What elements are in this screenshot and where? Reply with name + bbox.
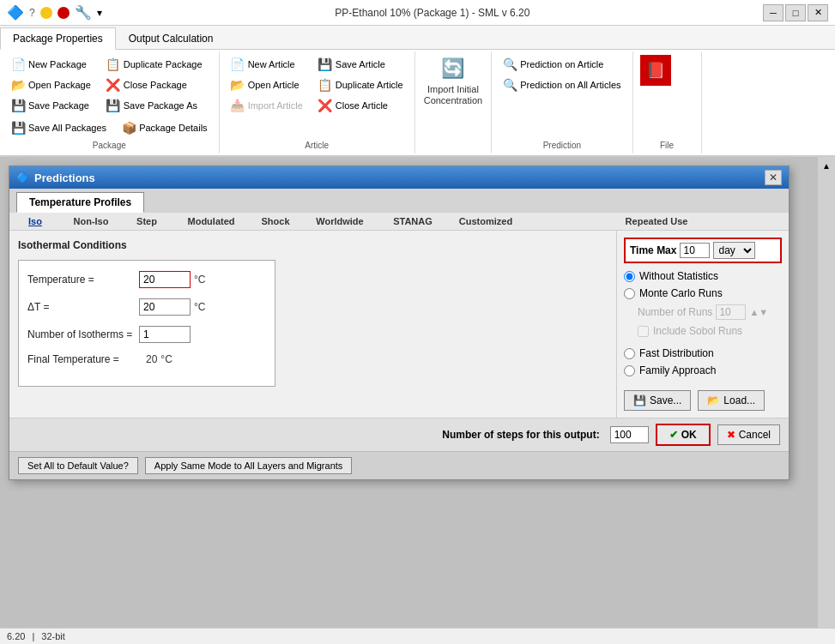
save-all-packages-btn[interactable]: 💾 Save All Packages (7, 118, 111, 137)
duplicate-package-icon: 📋 (106, 57, 120, 71)
col-customized[interactable]: Customized (447, 214, 524, 228)
fast-distribution-row: Fast Distribution (624, 347, 782, 359)
without-stats-label[interactable]: Without Statistics (639, 270, 718, 282)
new-package-icon: 📄 (11, 57, 25, 71)
ribbon-tabs: Package Properties Output Calculation (0, 26, 835, 50)
save-article-icon: 💾 (318, 57, 332, 71)
num-isotherms-input[interactable] (139, 326, 191, 343)
new-article-btn[interactable]: 📄 New Article (227, 55, 307, 74)
save-all-icon: 💾 (11, 121, 25, 135)
load-icon: 📂 (707, 394, 720, 406)
close-article-icon: ❌ (318, 99, 332, 112)
delta-t-label: ΔT = (27, 301, 139, 313)
ribbon-group-package: 📄 New Package 📂 Open Package 💾 Save Pack… (0, 51, 220, 153)
num-runs-input[interactable] (716, 304, 746, 320)
col-non-iso[interactable]: Non-Iso (61, 214, 121, 228)
open-package-btn[interactable]: 📂 Open Package (7, 75, 95, 94)
col-iso[interactable]: Iso (9, 214, 61, 228)
steps-input[interactable] (610, 426, 649, 443)
import-article-btn[interactable]: 📥 Import Article (227, 96, 307, 115)
save-package-as-btn[interactable]: 💾 Save Package As (102, 96, 207, 115)
close-package-btn[interactable]: ❌ Close Package (102, 75, 207, 94)
tab-temperature-profiles[interactable]: Temperature Profiles (16, 192, 144, 213)
tab-output-calculation[interactable]: Output Calculation (116, 27, 227, 49)
final-temp-label: Final Temperature = (27, 353, 139, 365)
package-details-btn[interactable]: 📦 Package Details (118, 118, 212, 137)
num-runs-label: Number of Runs (638, 306, 712, 318)
prediction-article-icon: 🔍 (503, 57, 517, 71)
isothermal-fields: Temperature = °C ΔT = °C Number of I (18, 260, 275, 387)
family-approach-label[interactable]: Family Approach (639, 364, 716, 376)
ribbon-group-prediction: 🔍 Prediction on Article 🔍 Prediction on … (492, 51, 632, 153)
save-article-btn[interactable]: 💾 Save Article (314, 55, 408, 74)
col-modulated[interactable]: Modulated (172, 214, 250, 228)
num-isotherms-label: Number of Isotherms = (27, 328, 139, 340)
scroll-area[interactable]: ▲ (818, 157, 835, 628)
dialog-footer: Number of steps for this output: ✔ OK ✖ … (9, 418, 789, 451)
cancel-btn[interactable]: ✖ Cancel (717, 424, 780, 445)
app-window: 🔷 ? 🔧 ▾ PP-Ethanol 10% (Package 1) - SML… (0, 0, 835, 644)
family-approach-radio[interactable] (624, 365, 635, 376)
save-package-btn[interactable]: 💾 Save Package (7, 96, 95, 115)
tool-icon: 🔧 (75, 4, 92, 21)
duplicate-article-btn[interactable]: 📋 Duplicate Article (314, 75, 408, 94)
temperature-unit: °C (194, 274, 205, 286)
col-repeated-use[interactable]: Repeated Use (524, 214, 789, 228)
import-concentration-icon: 🔄 (439, 55, 467, 82)
duplicate-package-btn[interactable]: 📋 Duplicate Package (102, 55, 207, 74)
prediction-on-all-articles-btn[interactable]: 🔍 Prediction on All Articles (499, 75, 625, 94)
without-stats-radio[interactable] (624, 271, 635, 282)
new-package-btn[interactable]: 📄 New Package (7, 55, 95, 74)
bottom-action-bar: Set All to Default Value? Apply Same Mod… (9, 451, 789, 479)
col-worldwide[interactable]: Worldwide (301, 214, 378, 228)
save-load-row: 💾 Save... 📂 Load... (624, 382, 782, 411)
temperature-input[interactable] (139, 271, 191, 288)
inner-tabs: Temperature Profiles (9, 189, 789, 213)
col-shock[interactable]: Shock (250, 214, 301, 228)
load-btn[interactable]: 📂 Load... (698, 390, 765, 411)
maximize-btn[interactable]: □ (785, 4, 806, 21)
ok-checkmark-icon: ✔ (669, 429, 678, 441)
set-default-btn[interactable]: Set All to Default Value? (18, 457, 138, 474)
ok-btn[interactable]: ✔ OK (656, 424, 711, 446)
num-isotherms-field-row: Number of Isotherms = (27, 326, 266, 343)
without-stats-row: Without Statistics (624, 270, 782, 282)
open-article-btn[interactable]: 📂 Open Article (227, 75, 307, 94)
window-close-btn[interactable]: ✕ (808, 4, 828, 21)
apply-same-mode-btn[interactable]: Apply Same Mode to All Layers and Migran… (145, 457, 353, 474)
status-bar: 6.20 | 32-bit (0, 628, 835, 644)
sobol-checkbox[interactable] (638, 326, 649, 337)
tab-package-properties[interactable]: Package Properties (0, 27, 116, 50)
prediction-group-label: Prediction (499, 137, 625, 150)
time-max-input[interactable] (680, 243, 710, 258)
close-article-btn[interactable]: ❌ Close Article (314, 96, 408, 115)
save-btn[interactable]: 💾 Save... (624, 390, 691, 411)
save-icon: 💾 (633, 394, 646, 406)
fast-distribution-label[interactable]: Fast Distribution (639, 347, 714, 359)
monte-carlo-radio[interactable] (624, 288, 635, 299)
final-temp-value: 20 (146, 353, 157, 365)
num-runs-row: Number of Runs ▲▼ (638, 304, 782, 320)
scroll-up-icon: ▲ (822, 161, 831, 171)
fast-distribution-radio[interactable] (624, 348, 635, 359)
col-step[interactable]: Step (121, 214, 172, 228)
family-approach-row: Family Approach (624, 364, 782, 376)
predictions-dialog: 🔷 Predictions ✕ Temperature Profiles Iso… (9, 166, 790, 480)
delta-t-input[interactable] (139, 298, 191, 316)
import-concentration-btn[interactable]: 🔄 Import InitialConcentration (415, 51, 493, 153)
save-package-as-icon: 💾 (106, 99, 120, 112)
prediction-on-article-btn[interactable]: 🔍 Prediction on Article (499, 55, 625, 74)
monte-carlo-label[interactable]: Monte Carlo Runs (639, 287, 723, 299)
minimize-btn[interactable]: ─ (763, 4, 784, 21)
dialog-close-btn[interactable]: ✕ (765, 170, 782, 185)
time-max-unit-select[interactable]: day hour min (713, 242, 755, 259)
dialog-title: Predictions (34, 172, 95, 184)
num-runs-spinner[interactable]: ▲▼ (749, 307, 768, 317)
dialog-body: Isothermal Conditions Temperature = °C Δ… (9, 231, 789, 418)
warning-icon (40, 7, 52, 19)
col-stanag[interactable]: STANAG (378, 214, 447, 228)
delta-t-unit: °C (194, 301, 205, 313)
open-package-icon: 📂 (11, 78, 25, 92)
package-group-label: Package (7, 137, 212, 150)
sobol-label[interactable]: Include Sobol Runs (653, 325, 742, 337)
